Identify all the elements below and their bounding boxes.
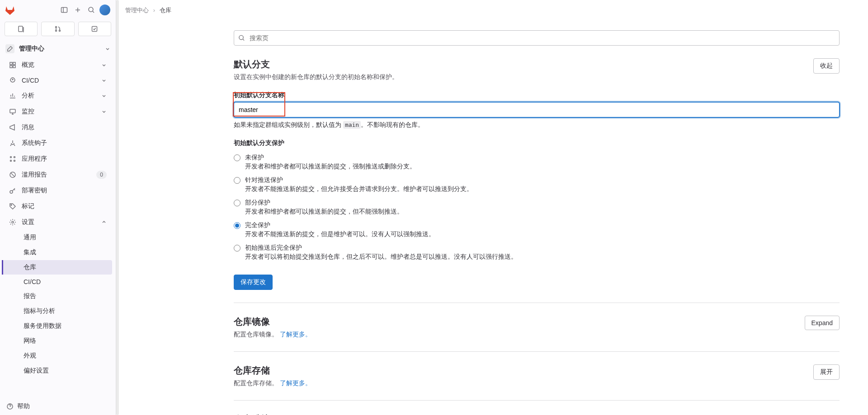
bullhorn-icon [9, 124, 16, 131]
breadcrumbs: 管理中心 › 仓库 [116, 0, 868, 21]
chevron-down-icon [101, 93, 107, 98]
panel-left-icon[interactable] [58, 4, 71, 16]
radio-input[interactable] [234, 200, 241, 206]
admin-icon [5, 44, 14, 53]
learn-more-link[interactable]: 了解更多。 [280, 379, 311, 387]
radio-desc: 开发者和维护者都可以推送新的提交，强制推送或删除分支。 [245, 163, 416, 171]
nav-overview[interactable]: 概览 [4, 57, 112, 73]
learn-more-link[interactable]: 了解更多。 [280, 331, 311, 338]
expand-button[interactable]: Expand [805, 316, 840, 330]
svg-line-22 [11, 173, 14, 177]
code-main: main [343, 121, 361, 129]
radio-desc: 开发者和维护者都可以推送新的提交，但不能强制推送。 [245, 208, 403, 216]
section-maintenance: 仓库维护 [234, 413, 840, 415]
svg-point-20 [14, 160, 15, 162]
radio-input[interactable] [234, 177, 241, 184]
sub-label: 集成 [24, 248, 36, 256]
sub-reporting[interactable]: 报告 [4, 289, 112, 303]
svg-rect-10 [92, 27, 97, 32]
nav-label: 设置 [22, 218, 96, 226]
protection-radio-option[interactable]: 未保护 开发者和维护者都可以推送新的提交，强制推送或删除分支。 [234, 151, 840, 173]
main: 管理中心 › 仓库 默认分支 设置在实例中创建的新仓库的默认分支的初始名称和保护… [116, 0, 868, 415]
section-desc: 设置在实例中创建的新仓库的默认分支的初始名称和保护。 [234, 73, 813, 81]
svg-point-8 [55, 30, 57, 32]
action-todos[interactable] [78, 22, 111, 36]
search-icon [238, 35, 245, 42]
sub-preferences[interactable]: 偏好设置 [4, 364, 112, 378]
collapse-button[interactable]: 收起 [813, 58, 840, 74]
sub-repository[interactable]: 仓库 [2, 260, 112, 275]
gear-icon [9, 219, 16, 226]
sub-integrations[interactable]: 集成 [4, 245, 112, 260]
svg-line-5 [93, 11, 94, 13]
nav-messages[interactable]: 消息 [4, 120, 112, 135]
breadcrumb-root[interactable]: 管理中心 [125, 7, 149, 14]
nav-label: 消息 [22, 123, 107, 131]
sub-network[interactable]: 网络 [4, 334, 112, 348]
hook-icon [9, 140, 16, 147]
key-icon [9, 187, 16, 194]
svg-point-7 [55, 27, 57, 28]
sub-metrics[interactable]: 指标与分析 [4, 304, 112, 318]
abuse-icon [9, 171, 16, 178]
overview-icon [9, 61, 16, 69]
section-desc: 配置仓库镜像。 了解更多。 [234, 331, 805, 339]
svg-rect-6 [19, 26, 23, 32]
nav-settings[interactable]: 设置 [4, 214, 112, 230]
page-search-input[interactable] [234, 30, 840, 46]
sub-general[interactable]: 通用 [4, 230, 112, 245]
svg-rect-13 [10, 65, 12, 68]
chevron-down-icon [101, 78, 107, 83]
section-default-branch: 默认分支 设置在实例中创建的新仓库的默认分支的初始名称和保护。 收起 初始默认分… [234, 58, 840, 303]
svg-point-17 [10, 157, 12, 158]
radio-desc: 开发者不能推送新的提交，但允许接受合并请求到分支。维护者可以推送到分支。 [245, 185, 473, 193]
expand-button[interactable]: 展开 [813, 364, 840, 380]
nav-abuse-reports[interactable]: 滥用报告 0 [4, 167, 112, 182]
action-merge-requests[interactable] [41, 22, 74, 36]
nav-labels[interactable]: 标记 [4, 199, 112, 214]
user-avatar[interactable] [99, 4, 111, 16]
sub-label: 指标与分析 [24, 307, 55, 315]
sub-appearance[interactable]: 外观 [4, 349, 112, 363]
radio-label: 完全保护 [245, 221, 435, 229]
context-label: 管理中心 [19, 45, 44, 53]
context-header[interactable]: 管理中心 [0, 41, 116, 57]
nav-deploy-keys[interactable]: 部署密钥 [4, 183, 112, 198]
chart-icon [9, 92, 16, 99]
plus-icon[interactable] [71, 4, 84, 16]
help-link[interactable]: 帮助 [6, 402, 109, 410]
branch-name-help: 如果未指定群组或实例级别，默认值为 main。不影响现有的仓库。 [234, 121, 840, 129]
chevron-down-icon [105, 46, 110, 51]
protection-radio-option[interactable]: 部分保护 开发者和维护者都可以推送新的提交，但不能强制推送。 [234, 196, 840, 219]
scroll-edge [116, 0, 119, 415]
nav-label: 应用程序 [22, 155, 107, 163]
nav-analytics[interactable]: 分析 [4, 88, 112, 103]
radio-input[interactable] [234, 154, 241, 161]
sub-cicd[interactable]: CI/CD [4, 275, 112, 289]
sidebar-footer: 帮助 [0, 397, 116, 415]
nav-hooks[interactable]: 系统钩子 [4, 135, 112, 151]
protection-radio-option[interactable]: 针对推送保护 开发者不能推送新的提交，但允许接受合并请求到分支。维护者可以推送到… [234, 173, 840, 196]
radio-input[interactable] [234, 222, 241, 229]
content: 默认分支 设置在实例中创建的新仓库的默认分支的初始名称和保护。 收起 初始默认分… [116, 21, 868, 415]
radio-label: 未保护 [245, 154, 416, 162]
nav-monitoring[interactable]: 监控 [4, 104, 112, 119]
save-button[interactable]: 保存更改 [234, 275, 273, 290]
svg-rect-12 [13, 62, 15, 65]
help-icon [6, 403, 14, 410]
svg-point-19 [10, 160, 12, 162]
radio-input[interactable] [234, 245, 241, 252]
protection-radio-option[interactable]: 初始推送后完全保护 开发者可以将初始提交推送到仓库，但之后不可以。维护者总是可以… [234, 241, 840, 264]
abuse-badge: 0 [96, 171, 107, 179]
protection-radio-option[interactable]: 完全保护 开发者不能推送新的提交，但是维护者可以。没有人可以强制推送。 [234, 219, 840, 241]
gitlab-logo-icon[interactable] [5, 5, 15, 15]
sub-usage[interactable]: 服务使用数据 [4, 319, 112, 333]
action-issues[interactable] [5, 22, 38, 36]
nav-applications[interactable]: 应用程序 [4, 151, 112, 167]
svg-point-24 [11, 205, 12, 205]
search-icon[interactable] [85, 4, 98, 16]
nav-cicd[interactable]: CI/CD [4, 73, 112, 88]
nav-label: 监控 [22, 107, 96, 116]
branch-name-input[interactable] [234, 102, 840, 117]
page-search [234, 30, 840, 46]
